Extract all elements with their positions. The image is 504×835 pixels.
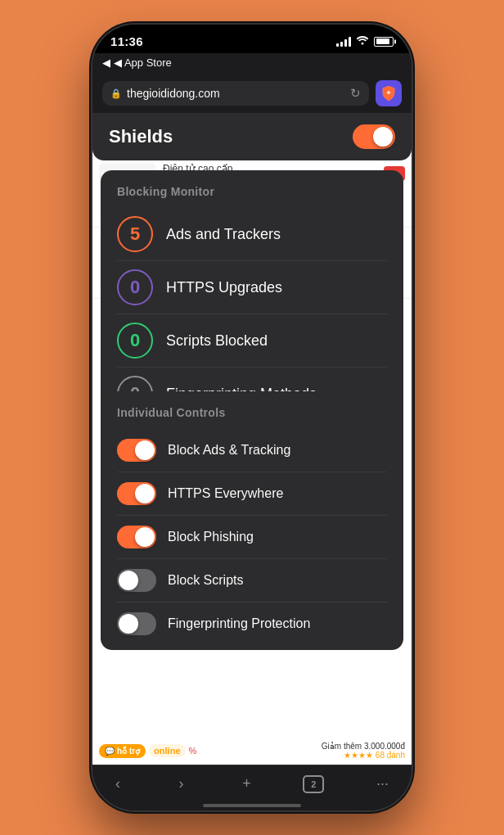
online-badge: online [149, 744, 185, 757]
blocking-monitor-panel: Blocking Monitor 5 Ads and Trackers 0 HT… [101, 170, 403, 427]
back-link[interactable]: ◀ ◀ App Store [102, 56, 402, 69]
ads-label: Ads and Trackers [166, 226, 281, 243]
chat-online-label: hỗ trợ [117, 747, 140, 756]
https-everywhere-label: HTTPS Everywhere [168, 486, 387, 501]
toggle-knob [135, 527, 155, 547]
blocking-row-https: 0 HTTPS Upgrades [117, 261, 387, 314]
ads-count: 5 [117, 216, 153, 252]
block-scripts-toggle[interactable] [117, 569, 156, 592]
page-content: 🛒 Theg ⌚ Điện tử cao cấp ★★★★☆ op 📱 SamN… [92, 113, 412, 765]
toggle-knob [119, 614, 138, 634]
back-bar: ◀ ◀ App Store [92, 53, 412, 74]
control-row-fingerprint: Fingerprinting Protection [117, 603, 387, 635]
shields-toggle[interactable] [353, 124, 395, 149]
individual-controls-title: Individual Controls [117, 406, 387, 419]
menu-button[interactable]: ··· [370, 772, 395, 796]
block-scripts-label: Block Scripts [168, 573, 387, 588]
control-row-phishing: Block Phishing [117, 516, 387, 559]
footer-info: 💬 hỗ trợ online % Giảm thêm 3.000.000đ ★… [92, 737, 412, 765]
url-text[interactable]: thegioididong.com [127, 87, 345, 100]
discount-text: Giảm thêm 3.000.000đ [322, 742, 405, 751]
fingerprint-protection-label: Fingerprinting Protection [168, 616, 387, 631]
wifi-icon [356, 35, 369, 47]
https-count: 0 [117, 269, 153, 305]
blocking-monitor-title: Blocking Monitor [117, 185, 387, 198]
home-bar [203, 804, 301, 807]
fingerprint-toggle[interactable] [117, 612, 156, 635]
phone-frame: 11:36 ◀ ◀ App Store [92, 25, 412, 810]
https-label: HTTPS Upgrades [166, 279, 282, 296]
back-button[interactable]: ‹ [109, 772, 127, 796]
status-icons [336, 35, 394, 47]
percent-label: % [189, 746, 197, 756]
lock-icon: 🔒 [110, 88, 122, 99]
block-phishing-toggle[interactable] [117, 526, 156, 548]
scripts-label: Scripts Blocked [166, 332, 268, 350]
control-row-ads: Block Ads & Tracking [117, 429, 387, 472]
individual-controls-panel: Individual Controls Block Ads & Tracking… [101, 391, 403, 650]
add-tab-button[interactable]: + [236, 772, 258, 796]
blocking-row-scripts: 0 Scripts Blocked [117, 314, 387, 368]
forward-button[interactable]: › [173, 772, 191, 796]
control-row-scripts: Block Scripts [117, 559, 387, 603]
shields-label: Shields [109, 126, 173, 147]
back-arrow-icon: ◀ [102, 56, 110, 69]
notch [199, 25, 305, 46]
brave-shield-button[interactable] [376, 80, 402, 106]
signal-icon [336, 37, 351, 47]
rating-text: ★★★★ 68 đánh [344, 751, 405, 760]
time: 11:36 [110, 34, 143, 48]
blocking-row-ads: 5 Ads and Trackers [117, 208, 387, 261]
home-indicator-area [92, 801, 412, 810]
browser-bar: 🔒 thegioididong.com ↻ [92, 74, 412, 113]
page-bottom: 💬 hỗ trợ online % Giảm thêm 3.000.000đ ★… [92, 699, 412, 765]
block-phishing-label: Block Phishing [168, 530, 387, 544]
chat-area: 💬 hỗ trợ online % [99, 744, 196, 758]
back-link-label[interactable]: ◀ App Store [114, 56, 172, 69]
toggle-knob [373, 127, 393, 147]
https-toggle[interactable] [117, 482, 156, 505]
control-row-https: HTTPS Everywhere [117, 472, 387, 516]
tabs-count: 2 [311, 779, 316, 789]
bottom-navigation: ‹ › + 2 ··· [92, 765, 412, 801]
block-ads-toggle[interactable] [117, 439, 156, 462]
shields-panel: Shields [92, 113, 412, 160]
toggle-knob [135, 484, 155, 503]
chat-online-badge: 💬 hỗ trợ [99, 744, 146, 758]
block-ads-label: Block Ads & Tracking [168, 443, 387, 458]
discount-area: Giảm thêm 3.000.000đ ★★★★ 68 đánh [322, 742, 405, 760]
tabs-button[interactable]: 2 [303, 775, 324, 793]
toggle-knob [135, 440, 155, 460]
scripts-count: 0 [117, 323, 153, 359]
toggle-knob [119, 571, 138, 590]
address-bar[interactable]: 🔒 thegioididong.com ↻ [102, 81, 369, 106]
reload-button[interactable]: ↻ [350, 86, 361, 101]
battery-icon [374, 37, 394, 47]
